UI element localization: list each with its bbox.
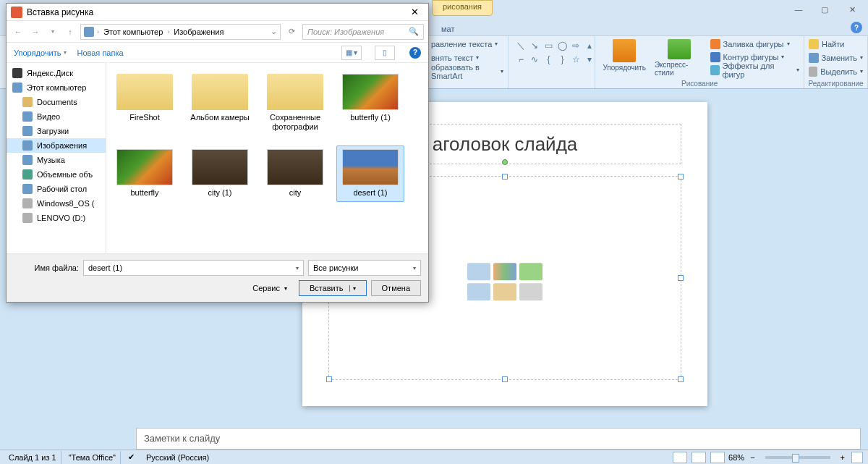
insert-smartart-icon[interactable] <box>519 263 542 280</box>
chevron-right-icon[interactable]: › <box>97 28 99 35</box>
preview-pane-button[interactable]: ▯ <box>375 46 395 60</box>
file-tile[interactable]: city (1) <box>186 145 254 201</box>
zoom-slider[interactable] <box>765 456 830 459</box>
rotate-handle[interactable] <box>502 159 508 165</box>
shape-more2-icon[interactable]: ▾ <box>583 53 596 66</box>
fit-to-window-button[interactable] <box>851 452 863 463</box>
arrange-button[interactable]: Упорядочить <box>600 38 649 78</box>
dialog-help-icon[interactable]: ? <box>409 47 421 59</box>
breadcrumb-images[interactable]: Изображения <box>172 28 225 36</box>
replace-button[interactable]: Заменить ▾ <box>809 51 863 64</box>
breadcrumb-computer[interactable]: Этот компьютер <box>102 28 164 36</box>
resize-handle-e[interactable] <box>678 275 684 281</box>
ribbon-tab-format[interactable]: мат <box>434 22 461 35</box>
new-folder-button[interactable]: Новая папка <box>77 48 123 57</box>
file-tile[interactable]: Альбом камеры <box>186 70 254 135</box>
view-sorter-button[interactable] <box>692 452 706 463</box>
maximize-button[interactable]: ▢ <box>812 1 838 17</box>
filename-combo[interactable]: desert (1)▾ <box>83 260 304 276</box>
shape-fill-button[interactable]: Заливка фигуры ▾ <box>710 38 799 50</box>
shape-star-icon[interactable]: ☆ <box>569 53 582 66</box>
chevron-down-icon[interactable]: ▾ <box>296 265 299 271</box>
tree-item[interactable]: Видео <box>7 109 106 124</box>
align-text-button[interactable]: внять текст ▾ <box>431 51 503 64</box>
resize-handle-s[interactable] <box>502 376 508 382</box>
insert-clipart-icon[interactable] <box>493 283 516 300</box>
shape-brace2-icon[interactable]: } <box>556 53 569 66</box>
nav-up-button[interactable]: ↑ <box>63 25 77 39</box>
tree-item[interactable]: Изображения <box>7 138 106 153</box>
insert-picture-icon[interactable] <box>467 283 490 300</box>
tree-item[interactable]: Documents <box>7 95 106 109</box>
insert-media-icon[interactable] <box>519 283 542 300</box>
refresh-button[interactable]: ⟳ <box>284 24 299 40</box>
tree-item[interactable]: Рабочий стол <box>7 182 106 196</box>
tree-item[interactable]: LENOVO (D:) <box>7 211 106 225</box>
nav-forward-button[interactable]: → <box>28 25 43 39</box>
insert-split-dropdown[interactable]: ▾ <box>349 285 356 292</box>
insert-table-icon[interactable] <box>467 263 490 280</box>
tree-item[interactable]: Яндекс.Диск <box>7 66 106 80</box>
resize-handle-n[interactable] <box>502 174 508 180</box>
help-icon[interactable]: ? <box>851 22 862 33</box>
zoom-out-button[interactable]: − <box>747 453 757 462</box>
find-button[interactable]: Найти <box>809 38 863 50</box>
resize-handle-ne[interactable] <box>678 174 684 180</box>
shape-oval-icon[interactable]: ◯ <box>556 39 569 52</box>
shape-rect-icon[interactable]: ▭ <box>542 39 555 52</box>
resize-handle-se[interactable] <box>678 376 684 382</box>
insert-chart-icon[interactable] <box>493 263 516 280</box>
shape-effects-button[interactable]: Эффекты для фигур ▾ <box>710 64 799 76</box>
shapes-gallery[interactable]: ＼ ↘ ▭ ◯ ⇨ ▴ ⌐ ∿ { } ☆ ▾ <box>513 38 590 67</box>
nav-history-button[interactable]: ▾ <box>46 25 60 39</box>
address-breadcrumb[interactable]: › Этот компьютер › Изображения ⌄ <box>80 24 281 40</box>
status-spellcheck[interactable]: ✔ <box>124 451 139 464</box>
status-zoom-value[interactable]: 68% <box>728 453 744 462</box>
shape-arrow-icon[interactable]: ↘ <box>528 39 541 52</box>
file-tile[interactable]: butterfly <box>111 145 179 201</box>
shape-line-icon[interactable]: ＼ <box>514 39 527 52</box>
cancel-button[interactable]: Отмена <box>371 280 421 296</box>
status-theme[interactable]: "Тема Office" <box>64 451 121 464</box>
zoom-in-button[interactable]: + <box>838 453 848 462</box>
file-tile[interactable]: Сохраненные фотографии <box>261 70 329 135</box>
shape-brace-icon[interactable]: { <box>542 53 555 66</box>
text-direction-button[interactable]: равление текста ▾ <box>431 38 503 50</box>
file-tile[interactable]: FireShot <box>111 70 179 135</box>
notes-pane[interactable]: Заметки к слайду <box>136 428 861 450</box>
tools-dropdown[interactable]: ▾ <box>284 285 287 292</box>
close-button[interactable]: ✕ <box>839 1 865 17</box>
nav-back-button[interactable]: ← <box>11 25 25 39</box>
tree-item[interactable]: Объемные объ <box>7 167 106 182</box>
view-slideshow-button[interactable] <box>710 452 725 463</box>
quick-styles-button[interactable]: Экспресс-стили <box>652 38 707 78</box>
tree-item[interactable]: Загрузки <box>7 124 106 138</box>
search-input[interactable]: Поиск: Изображения🔍 <box>302 24 424 40</box>
select-button[interactable]: Выделить ▾ <box>809 65 863 77</box>
view-normal-button[interactable] <box>673 452 687 463</box>
shape-polyline-icon[interactable]: ⌐ <box>514 53 527 66</box>
status-language[interactable]: Русский (Россия) <box>142 451 213 464</box>
organize-button[interactable]: Упорядочить▾ <box>14 48 67 57</box>
chevron-right-icon[interactable]: › <box>167 28 169 35</box>
insert-button[interactable]: Вставить▾ <box>299 280 367 296</box>
shape-more-icon[interactable]: ▴ <box>583 39 596 52</box>
view-mode-button[interactable]: ▦ ▾ <box>341 46 362 60</box>
dialog-close-button[interactable]: ✕ <box>405 6 424 19</box>
file-tile[interactable]: city <box>261 145 329 201</box>
shape-arrowr-icon[interactable]: ⇨ <box>569 39 582 52</box>
contextual-tab-drawing[interactable]: рисования <box>432 0 493 16</box>
status-slide-number[interactable]: Слайд 1 из 1 <box>4 451 61 464</box>
file-type-combo[interactable]: Все рисунки▾ <box>308 260 421 276</box>
tree-item[interactable]: Этот компьютер <box>7 80 106 95</box>
folder-tree[interactable]: Яндекс.ДискЭтот компьютерDocumentsВидеоЗ… <box>7 63 106 253</box>
tree-item[interactable]: Музыка <box>7 153 106 167</box>
minimize-button[interactable]: — <box>786 1 812 17</box>
shape-curve-icon[interactable]: ∿ <box>528 53 541 66</box>
tools-button[interactable]: Сервис <box>252 284 280 292</box>
chevron-down-icon[interactable]: ▾ <box>413 265 416 271</box>
file-tile[interactable]: desert (1) <box>336 145 404 201</box>
file-list[interactable]: FireShotАльбом камерыСохраненные фотогра… <box>106 63 428 253</box>
file-tile[interactable]: butterfly (1) <box>336 70 404 135</box>
convert-smartart-button[interactable]: образовать в SmartArt ▾ <box>431 65 503 77</box>
